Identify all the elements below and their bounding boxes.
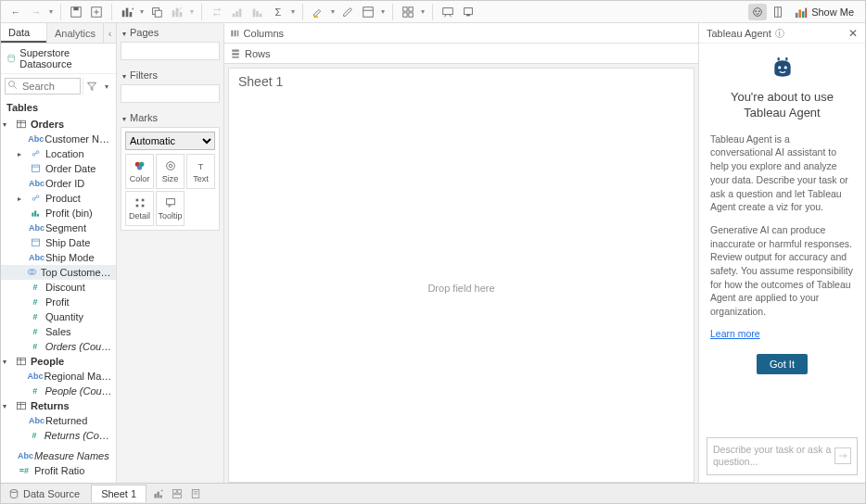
marks-tooltip-button[interactable]: Tooltip bbox=[156, 191, 185, 226]
clear-dd[interactable]: ▾ bbox=[188, 4, 196, 20]
field-item[interactable]: AbcReturned bbox=[1, 413, 116, 428]
sheet-title[interactable]: Sheet 1 bbox=[229, 69, 694, 94]
field-item[interactable]: AbcMeasure Names bbox=[1, 448, 116, 463]
new-worksheet-button[interactable]: + bbox=[118, 4, 136, 20]
forward-button[interactable]: → bbox=[27, 4, 45, 20]
datasource-name: Superstore Datasource bbox=[19, 47, 110, 69]
field-item[interactable]: Product bbox=[1, 191, 116, 206]
marks-detail-button[interactable]: Detail bbox=[125, 191, 154, 226]
svg-rect-37 bbox=[799, 9, 802, 18]
svg-point-70 bbox=[166, 162, 174, 170]
sort-desc-button[interactable] bbox=[248, 4, 267, 20]
sort-asc-button[interactable] bbox=[228, 4, 247, 20]
back-button[interactable]: ← bbox=[6, 4, 25, 20]
presentation-button[interactable] bbox=[439, 4, 457, 20]
fit-dd[interactable]: ▾ bbox=[419, 4, 427, 20]
svg-rect-25 bbox=[409, 12, 413, 16]
annotate-button[interactable] bbox=[338, 4, 357, 20]
field-item[interactable]: AbcShip Mode bbox=[1, 250, 116, 265]
agent-input-placeholder: Describe your task or ask a question... bbox=[713, 444, 834, 469]
field-item[interactable]: Ship Date bbox=[1, 235, 116, 250]
totals-dd[interactable]: ▾ bbox=[289, 4, 297, 20]
pages-toggle-icon[interactable] bbox=[122, 27, 126, 38]
agent-title: Tableau Agent bbox=[707, 28, 771, 39]
collapse-pane-button[interactable]: ‹ bbox=[103, 23, 116, 43]
filter-fields-button[interactable] bbox=[83, 78, 99, 94]
data-source-tab[interactable]: Data Source bbox=[1, 488, 87, 499]
field-item[interactable]: Top Customers by P... bbox=[1, 265, 116, 280]
history-dropdown[interactable]: ▾ bbox=[47, 4, 55, 20]
field-item[interactable]: AbcRegional Manager bbox=[1, 369, 116, 384]
revert-button[interactable] bbox=[87, 4, 106, 20]
new-worksheet-dd[interactable]: ▾ bbox=[138, 4, 146, 20]
marks-color-button[interactable]: Color bbox=[125, 154, 154, 189]
field-item[interactable]: =#Profit Ratio bbox=[1, 463, 116, 478]
marks-toggle-icon[interactable] bbox=[122, 112, 126, 123]
filters-shelf[interactable] bbox=[121, 84, 220, 103]
svg-rect-14 bbox=[236, 11, 238, 17]
agent-input-box[interactable]: Describe your task or ask a question... bbox=[707, 437, 858, 475]
new-dashboard-button[interactable] bbox=[169, 485, 185, 502]
table-returns[interactable]: Returns bbox=[1, 398, 116, 413]
tab-analytics[interactable]: Analytics bbox=[46, 23, 103, 43]
svg-point-41 bbox=[9, 82, 15, 87]
highlight-button[interactable] bbox=[309, 4, 327, 20]
rows-label: Rows bbox=[245, 48, 271, 59]
clear-button[interactable] bbox=[168, 4, 186, 20]
datasource-item[interactable]: Superstore Datasource bbox=[1, 44, 116, 74]
svg-rect-61 bbox=[18, 358, 26, 365]
filters-toggle-icon[interactable] bbox=[122, 69, 126, 81]
field-item[interactable]: #Sales bbox=[1, 324, 116, 339]
swap-button[interactable] bbox=[208, 4, 226, 20]
field-item[interactable]: AbcOrder ID bbox=[1, 176, 116, 191]
svg-rect-95 bbox=[173, 494, 182, 498]
pages-shelf[interactable] bbox=[121, 42, 220, 60]
save-button[interactable] bbox=[67, 4, 85, 20]
field-item[interactable]: #Returns (Count) bbox=[1, 428, 116, 443]
field-item[interactable]: AbcCustomer Name bbox=[1, 132, 116, 146]
field-item[interactable]: Order Date bbox=[1, 161, 116, 176]
send-button[interactable] bbox=[834, 447, 851, 464]
field-item[interactable]: AbcSegment bbox=[1, 220, 116, 235]
format-button[interactable] bbox=[359, 4, 377, 20]
totals-button[interactable]: Σ bbox=[269, 4, 287, 20]
agent-toggle-button[interactable] bbox=[748, 4, 767, 20]
columns-shelf[interactable] bbox=[284, 23, 698, 43]
view-menu-button[interactable]: ▾ bbox=[101, 78, 112, 94]
marks-text-button[interactable]: TText bbox=[186, 154, 215, 189]
field-item[interactable]: Profit (bin) bbox=[1, 206, 116, 220]
field-item[interactable]: #Discount bbox=[1, 280, 116, 295]
sheet-tab-1[interactable]: Sheet 1 bbox=[91, 485, 146, 502]
got-it-button[interactable]: Got It bbox=[757, 354, 808, 374]
highlight-dd[interactable]: ▾ bbox=[329, 4, 337, 20]
svg-rect-30 bbox=[466, 14, 470, 16]
info-icon[interactable]: i bbox=[775, 29, 784, 38]
viz-drop-area[interactable]: Drop field here bbox=[229, 94, 694, 482]
field-item[interactable]: #Orders (Count) bbox=[1, 339, 116, 354]
rows-shelf[interactable] bbox=[284, 44, 698, 63]
pages-shelf-label: Pages bbox=[130, 27, 159, 38]
field-item[interactable]: Location bbox=[1, 146, 116, 161]
field-item[interactable]: #Quantity bbox=[1, 309, 116, 324]
fit-button[interactable] bbox=[399, 4, 417, 20]
svg-rect-93 bbox=[173, 489, 177, 493]
svg-rect-90 bbox=[158, 491, 159, 498]
marks-size-button[interactable]: Size bbox=[156, 154, 185, 189]
learn-more-link[interactable]: Learn more bbox=[710, 328, 760, 339]
field-item[interactable]: #Profit bbox=[1, 295, 116, 309]
tab-data[interactable]: Data bbox=[1, 23, 46, 43]
table-orders[interactable]: Orders bbox=[1, 117, 116, 132]
new-sheet-button[interactable]: + bbox=[150, 485, 167, 502]
field-item[interactable]: #People (Count) bbox=[1, 384, 116, 398]
close-agent-button[interactable]: ✕ bbox=[848, 27, 858, 40]
format-dd[interactable]: ▾ bbox=[379, 4, 387, 20]
svg-rect-75 bbox=[135, 205, 138, 208]
new-story-button[interactable] bbox=[187, 485, 204, 502]
data-guide-button[interactable] bbox=[769, 4, 787, 20]
table-people[interactable]: People bbox=[1, 354, 116, 369]
mark-type-select[interactable]: Automatic bbox=[125, 132, 215, 150]
duplicate-button[interactable] bbox=[147, 4, 166, 20]
device-button[interactable] bbox=[459, 4, 478, 20]
svg-rect-78 bbox=[231, 30, 233, 36]
show-me-button[interactable]: Show Me bbox=[789, 6, 860, 19]
